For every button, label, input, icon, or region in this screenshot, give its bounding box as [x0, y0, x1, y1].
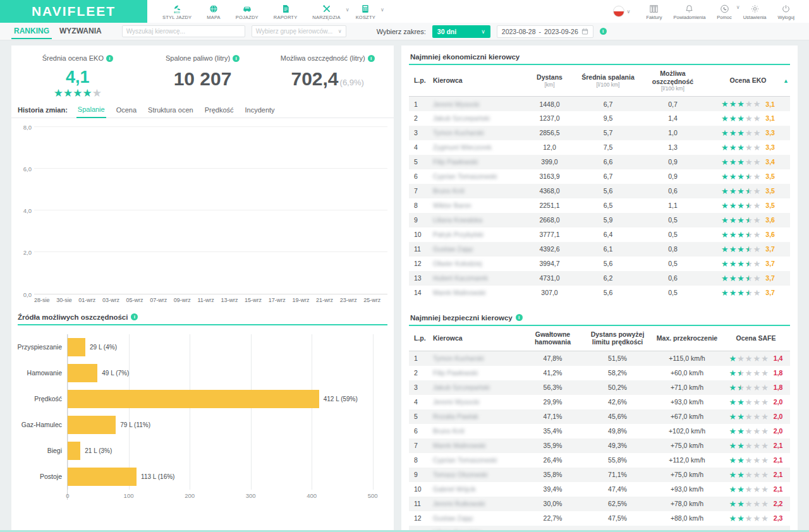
cell-value: +78,0 km/h: [652, 497, 722, 511]
nav-item-pomoc[interactable]: Pomoc∨: [711, 2, 737, 21]
star-icon: ★: [745, 172, 753, 181]
star-icon: ★: [737, 114, 745, 123]
info-icon[interactable]: i: [600, 28, 607, 35]
star-icon: ★: [745, 427, 753, 435]
savings-title-text: Źródła możliwych oszczędności: [18, 313, 128, 321]
tab-wyzwania[interactable]: WYZWANIA: [57, 23, 104, 39]
date-range-picker[interactable]: 2023-08-28 - 2023-09-26: [497, 25, 593, 38]
history-tab-prędkość[interactable]: Prędkość: [204, 106, 235, 118]
info-icon[interactable]: i: [516, 314, 523, 321]
rating-wrap: ★★★★★2,2: [723, 500, 789, 508]
nav-item-ustawienia[interactable]: Ustawienia: [738, 2, 772, 21]
cell-value: 62,5%: [583, 497, 652, 511]
stat-2: Możliwa oszczędność (litry)i702,4(6,9%): [265, 52, 390, 99]
rating-value: 3,7: [765, 289, 775, 296]
nav-item-raporty[interactable]: RAPORTY: [267, 2, 304, 21]
rating-wrap: ★★★★★2,0: [723, 398, 789, 406]
nav-item-pojazdy[interactable]: POJAZDY: [229, 2, 265, 21]
info-icon[interactable]: i: [368, 55, 375, 62]
search-driver-input[interactable]: [122, 25, 245, 37]
column-header-label: Kierowca: [433, 334, 521, 342]
hbar[interactable]: [68, 338, 85, 356]
cell-value: 47,5%: [583, 511, 652, 526]
star-icon: ★: [737, 260, 745, 268]
cell-value: +67,0 km/h: [652, 409, 722, 424]
range-select-button[interactable]: 30 dni ∨: [432, 25, 490, 38]
bar-cell: [46, 127, 58, 294]
x-tick-label: [333, 297, 340, 303]
nav-item-label: Powiadomienia: [673, 15, 705, 20]
cell-lp: 11: [409, 242, 428, 257]
cell-value: 2251,1: [523, 198, 576, 213]
nav-item-styl-jazdy[interactable]: ECOSTYL JAZDY: [156, 2, 198, 21]
star-icon: ★: [729, 260, 737, 268]
nav-item-label: Faktury: [646, 15, 662, 20]
cell-value: 2668,0: [523, 213, 576, 227]
top-bar: NAVIFLEET ECOSTYL JAZDYMAPAPOJAZDYRAPORT…: [0, 0, 809, 23]
nav-item-mapa[interactable]: MAPA: [200, 2, 227, 21]
nav-item-powiadomienia[interactable]: Powiadomienia: [667, 2, 711, 21]
bar-cell: [70, 127, 82, 294]
driver-name: Zygmunt Wieczorek: [433, 143, 492, 151]
nav-item-faktury[interactable]: Faktury: [640, 2, 667, 21]
bar-cell: [211, 127, 223, 294]
history-tab-incydenty[interactable]: Incydenty: [244, 106, 276, 118]
info-icon[interactable]: i: [131, 313, 138, 320]
star-icon: ★: [761, 369, 769, 377]
hbar[interactable]: [68, 416, 116, 434]
nav-item-narzedzia[interactable]: NARZĘDZIA∨: [306, 2, 346, 21]
history-tab-spalanie[interactable]: Spalanie: [76, 106, 106, 118]
cell-value: +112,0 km/h: [652, 453, 722, 468]
info-icon[interactable]: i: [233, 55, 240, 62]
column-header-label: Średnia spalania: [578, 73, 638, 82]
history-tab-ocena[interactable]: Ocena: [115, 106, 138, 118]
cell-rating: ★★★★★2,1: [722, 453, 790, 468]
cell-rating: ★★★★★3,5: [706, 169, 790, 184]
cell-driver-name: Zygmunt Wieczorek: [428, 140, 523, 155]
y-tick-label: 0,0: [23, 291, 32, 298]
chevron-down-icon: ∨: [338, 28, 342, 34]
cell-lp: 13: [409, 271, 428, 286]
star-icon: ★: [729, 100, 737, 108]
star-icon: ★: [753, 172, 761, 181]
nav-item-wyloguj[interactable]: Wyloguj: [772, 2, 800, 21]
hbar[interactable]: [68, 468, 137, 486]
star-icon: ★: [745, 500, 753, 508]
column-header-średnia-spalania: Średnia spalania[l/100 km]: [576, 65, 640, 97]
column-header-ocena-eko[interactable]: Ocena EKO▲: [706, 65, 790, 97]
driver-name: Bruno Król: [433, 187, 465, 195]
hbar[interactable]: [68, 442, 80, 460]
date-separator: -: [539, 28, 542, 35]
rating-value: 2,2: [774, 500, 783, 507]
nav-item-koszty[interactable]: KOSZTY∨: [350, 2, 382, 21]
tab-ranking[interactable]: RANKING: [11, 23, 52, 39]
column-header-max-przekroczenie: Max. przekroczenie: [652, 326, 722, 351]
info-icon[interactable]: i: [106, 55, 113, 62]
cell-value: 1,1: [640, 198, 706, 213]
driver-name: Marek Malinowski: [433, 442, 485, 449]
cell-value: 6,4: [576, 227, 640, 242]
table-row: 2Jakub Szczepański1237,09,51,4★★★★★3,1: [409, 111, 790, 126]
rating-value: 2,1: [774, 471, 783, 478]
star-icon: ★: [745, 289, 753, 297]
history-tab-struktura-ocen[interactable]: Struktura ocen: [147, 106, 195, 118]
driver-group-select[interactable]: Wybierz grupę kierowców... ∨: [252, 25, 346, 37]
language-selector[interactable]: ∨: [607, 6, 637, 17]
cell-value: 5,9: [576, 213, 640, 227]
star-rating: ★★★★★: [721, 274, 760, 282]
table-row: 1Tymon Kucharski47,8%51,5%+115,0 km/h★★★…: [409, 351, 790, 366]
hbar[interactable]: [68, 364, 97, 382]
rating-wrap: ★★★★★2,1: [723, 471, 789, 479]
bar-cell: [128, 127, 140, 294]
hbar[interactable]: [68, 390, 319, 408]
cell-lp: 4: [409, 395, 428, 409]
table-row: 4Jeremi Wysocki29,9%42,6%+93,0 km/h★★★★★…: [409, 395, 790, 409]
star-icon: ★: [721, 260, 729, 268]
column-header-możliwa-oszczędność: Możliwa oszczędność[l/100 km]: [640, 65, 706, 97]
star-icon: ★: [721, 158, 729, 166]
cell-lp: 7: [409, 184, 428, 198]
app-logo[interactable]: NAVIFLEET: [0, 0, 147, 23]
star-icon: ★: [729, 143, 737, 152]
star-icon: ★: [92, 88, 102, 99]
cell-value: 56,3%: [523, 380, 583, 395]
